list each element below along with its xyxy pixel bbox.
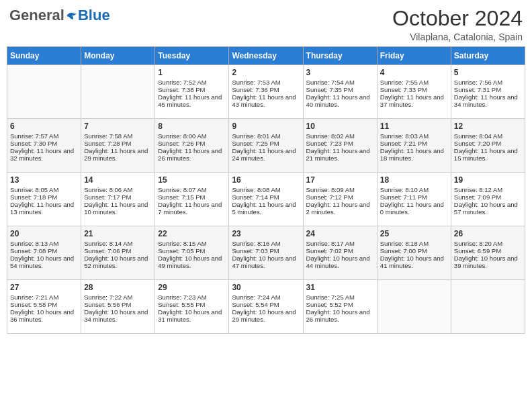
logo: General Blue: [9, 7, 110, 24]
day-number: 22: [158, 229, 226, 238]
header-wednesday: Wednesday: [229, 47, 303, 65]
sunrise-text: Sunrise: 8:04 AM: [454, 132, 522, 140]
calendar-cell: 26Sunrise: 8:20 AMSunset: 6:59 PMDayligh…: [451, 226, 525, 280]
day-number: 17: [306, 175, 374, 185]
sunset-text: Sunset: 7:36 PM: [232, 86, 300, 93]
day-number: 31: [306, 283, 374, 292]
daylight-text: Daylight: 11 hours and 26 minutes.: [158, 147, 226, 162]
sunset-text: Sunset: 5:55 PM: [158, 301, 226, 308]
day-number: 16: [232, 175, 300, 185]
daylight-text: Daylight: 10 hours and 49 minutes.: [158, 255, 226, 269]
daylight-text: Daylight: 10 hours and 52 minutes.: [84, 255, 152, 269]
logo-blue-text: Blue: [78, 7, 110, 24]
day-number: 12: [454, 122, 522, 131]
sunrise-text: Sunrise: 8:10 AM: [380, 186, 448, 193]
calendar-cell: 6Sunrise: 7:57 AMSunset: 7:30 PMDaylight…: [7, 119, 81, 173]
daylight-text: Daylight: 10 hours and 26 minutes.: [306, 308, 374, 323]
sunrise-text: Sunrise: 8:16 AM: [232, 240, 300, 247]
daylight-text: Daylight: 10 hours and 39 minutes.: [454, 255, 522, 269]
sunrise-text: Sunrise: 7:56 AM: [454, 79, 522, 86]
day-number: 8: [158, 122, 226, 131]
calendar-cell: 29Sunrise: 7:23 AMSunset: 5:55 PMDayligh…: [155, 280, 229, 334]
sunset-text: Sunset: 7:31 PM: [454, 86, 522, 93]
day-number: 15: [158, 175, 226, 185]
header-thursday: Thursday: [303, 47, 377, 65]
sunset-text: Sunset: 5:52 PM: [306, 301, 374, 308]
daylight-text: Daylight: 11 hours and 45 minutes.: [158, 93, 226, 108]
day-number: 23: [232, 229, 300, 238]
day-number: 24: [306, 229, 374, 238]
calendar-cell: [7, 65, 81, 119]
daylight-text: Daylight: 10 hours and 29 minutes.: [232, 308, 300, 323]
calendar-body: 1Sunrise: 7:52 AMSunset: 7:38 PMDaylight…: [7, 65, 525, 334]
calendar-cell: 30Sunrise: 7:24 AMSunset: 5:54 PMDayligh…: [229, 280, 303, 334]
daylight-text: Daylight: 11 hours and 13 minutes.: [10, 201, 78, 216]
logo-general-text: General: [9, 7, 64, 24]
sunset-text: Sunset: 7:33 PM: [380, 86, 448, 93]
daylight-text: Daylight: 11 hours and 18 minutes.: [380, 147, 448, 162]
calendar-cell: 1Sunrise: 7:52 AMSunset: 7:38 PMDaylight…: [155, 65, 229, 119]
day-number: 1: [158, 68, 226, 77]
day-number: 13: [10, 175, 78, 185]
sunset-text: Sunset: 7:11 PM: [380, 193, 448, 201]
calendar-cell: 19Sunrise: 8:12 AMSunset: 7:09 PMDayligh…: [451, 173, 525, 226]
day-number: 28: [84, 283, 152, 292]
daylight-text: Daylight: 11 hours and 24 minutes.: [232, 147, 300, 162]
day-number: 19: [454, 175, 522, 185]
calendar-cell: 12Sunrise: 8:04 AMSunset: 7:20 PMDayligh…: [451, 119, 525, 173]
calendar-cell: 17Sunrise: 8:09 AMSunset: 7:12 PMDayligh…: [303, 173, 377, 226]
month-title: October 2024: [392, 7, 523, 30]
day-number: 29: [158, 283, 226, 292]
sunset-text: Sunset: 7:17 PM: [84, 193, 152, 201]
calendar-cell: 16Sunrise: 8:08 AMSunset: 7:14 PMDayligh…: [229, 173, 303, 226]
sunrise-text: Sunrise: 7:21 AM: [10, 293, 78, 301]
sunrise-text: Sunrise: 7:25 AM: [306, 293, 374, 301]
calendar-cell: 15Sunrise: 8:07 AMSunset: 7:15 PMDayligh…: [155, 173, 229, 226]
sunset-text: Sunset: 7:35 PM: [306, 86, 374, 93]
sunset-text: Sunset: 6:59 PM: [454, 247, 522, 255]
calendar-table: Sunday Monday Tuesday Wednesday Thursday…: [7, 46, 525, 334]
daylight-text: Daylight: 11 hours and 2 minutes.: [306, 201, 374, 216]
sunrise-text: Sunrise: 8:03 AM: [380, 132, 448, 140]
day-number: 14: [84, 175, 152, 185]
daylight-text: Daylight: 10 hours and 31 minutes.: [158, 308, 226, 323]
calendar-cell: 8Sunrise: 8:00 AMSunset: 7:26 PMDaylight…: [155, 119, 229, 173]
daylight-text: Daylight: 11 hours and 34 minutes.: [454, 93, 522, 108]
sunset-text: Sunset: 7:14 PM: [232, 193, 300, 201]
daylight-text: Daylight: 11 hours and 32 minutes.: [10, 147, 78, 162]
day-number: 27: [10, 283, 78, 292]
calendar-cell: 18Sunrise: 8:10 AMSunset: 7:11 PMDayligh…: [377, 173, 451, 226]
calendar-week-5: 27Sunrise: 7:21 AMSunset: 5:58 PMDayligh…: [7, 280, 525, 334]
sunrise-text: Sunrise: 8:12 AM: [454, 186, 522, 193]
calendar-cell: 25Sunrise: 8:18 AMSunset: 7:00 PMDayligh…: [377, 226, 451, 280]
sunrise-text: Sunrise: 7:53 AM: [232, 79, 300, 86]
calendar-cell: [81, 65, 155, 119]
sunrise-text: Sunrise: 8:02 AM: [306, 132, 374, 140]
day-number: 11: [380, 122, 448, 131]
day-number: 7: [84, 122, 152, 131]
sunrise-text: Sunrise: 7:55 AM: [380, 79, 448, 86]
sunrise-text: Sunrise: 8:06 AM: [84, 186, 152, 193]
sunset-text: Sunset: 7:38 PM: [158, 86, 226, 93]
sunset-text: Sunset: 5:58 PM: [10, 301, 78, 308]
header-sunday: Sunday: [7, 47, 81, 65]
sunrise-text: Sunrise: 7:54 AM: [306, 79, 374, 86]
location: Vilaplana, Catalonia, Spain: [392, 32, 523, 42]
sunrise-text: Sunrise: 8:14 AM: [84, 240, 152, 247]
calendar-cell: 4Sunrise: 7:55 AMSunset: 7:33 PMDaylight…: [377, 65, 451, 119]
calendar-cell: 22Sunrise: 8:15 AMSunset: 7:05 PMDayligh…: [155, 226, 229, 280]
sunset-text: Sunset: 7:08 PM: [10, 247, 78, 255]
sunset-text: Sunset: 7:18 PM: [10, 193, 78, 201]
day-number: 20: [10, 229, 78, 238]
daylight-text: Daylight: 11 hours and 21 minutes.: [306, 147, 374, 162]
calendar-cell: 13Sunrise: 8:05 AMSunset: 7:18 PMDayligh…: [7, 173, 81, 226]
sunrise-text: Sunrise: 8:01 AM: [232, 132, 300, 140]
sunset-text: Sunset: 7:05 PM: [158, 247, 226, 255]
calendar-header: Sunday Monday Tuesday Wednesday Thursday…: [7, 47, 525, 65]
day-number: 21: [84, 229, 152, 238]
calendar-cell: 5Sunrise: 7:56 AMSunset: 7:31 PMDaylight…: [451, 65, 525, 119]
sunrise-text: Sunrise: 7:52 AM: [158, 79, 226, 86]
sunrise-text: Sunrise: 8:07 AM: [158, 186, 226, 193]
day-number: 30: [232, 283, 300, 292]
daylight-text: Daylight: 11 hours and 0 minutes.: [380, 201, 448, 216]
